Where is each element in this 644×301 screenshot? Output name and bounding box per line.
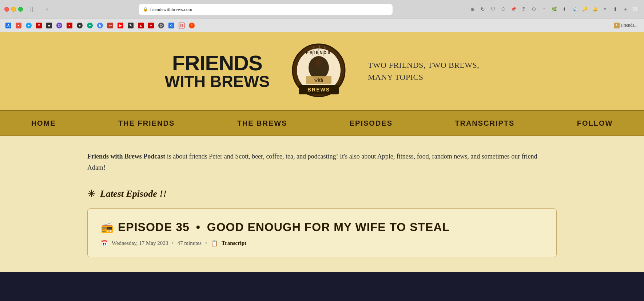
bookmark-item[interactable]: G bbox=[167, 21, 176, 30]
bookmark-item[interactable]: ■ bbox=[65, 21, 74, 30]
bookmark-item[interactable]: H bbox=[177, 21, 186, 30]
bookmark-item[interactable]: h bbox=[95, 21, 105, 30]
nav-home[interactable]: HOME bbox=[24, 116, 63, 130]
intro-bold: Friends with Brews Podcast bbox=[87, 153, 165, 160]
transcript-doc-icon: 📋 bbox=[211, 240, 218, 247]
bookmark-item[interactable]: ✦ bbox=[146, 21, 156, 30]
nav-the-brews[interactable]: THE BREWS bbox=[230, 116, 294, 130]
site-logo: with BREWS FRIENDS bbox=[291, 43, 346, 99]
extension-9-icon[interactable]: 🔑 bbox=[581, 5, 589, 13]
upload-icon[interactable]: ⬆ bbox=[611, 5, 619, 13]
bookmark-item[interactable]: ■ bbox=[44, 21, 54, 30]
close-button[interactable] bbox=[4, 7, 9, 12]
bookmark-tab-friends[interactable]: F Friends... bbox=[611, 21, 640, 30]
extension-4-icon[interactable]: ⬡ bbox=[530, 5, 538, 13]
podcast-icon: 📻 bbox=[101, 221, 114, 233]
minimize-button[interactable] bbox=[11, 7, 16, 12]
lock-icon: 🔒 bbox=[143, 7, 148, 12]
browser-titlebar: ‹ › 🔒 friendswithbrews.com ⊕ ↻ 🛡 ⬡ 📌 ⏱ ⬡… bbox=[0, 0, 644, 19]
bookmark-item[interactable]: A bbox=[4, 21, 13, 30]
extension-10-icon[interactable]: 🔔 bbox=[591, 5, 599, 13]
plus-icon[interactable]: + bbox=[621, 5, 629, 13]
extensions-icon[interactable]: 🛡 bbox=[489, 5, 497, 13]
svg-rect-0 bbox=[31, 7, 37, 12]
bookmark-item[interactable]: ■ bbox=[14, 21, 23, 30]
nav-the-friends[interactable]: THE FRIENDS bbox=[111, 116, 182, 130]
episode-card: 📻 EPISODE 35 • GOOD ENOUGH FOR MY WIFE T… bbox=[87, 208, 557, 257]
calendar-icon: 📅 bbox=[101, 240, 108, 247]
episode-title-row: 📻 EPISODE 35 • GOOD ENOUGH FOR MY WIFE T… bbox=[101, 220, 543, 234]
site-tagline: TWO FRIENDS, TWO BREWS, MANY TOPICS bbox=[368, 59, 479, 83]
extension-7-icon[interactable]: ⬆ bbox=[560, 5, 568, 13]
latest-episode-header: ✳ Latest Episode !! bbox=[87, 188, 557, 200]
bookmark-item[interactable]: M bbox=[34, 21, 44, 30]
latest-asterisk-icon: ✳ bbox=[87, 188, 96, 200]
bookmark-item[interactable]: ● bbox=[85, 21, 95, 30]
episode-meta: 📅 Wednesday, 17 May 2023 • 47 minutes • … bbox=[101, 240, 543, 247]
site-title: FRIENDS WITH BREWS bbox=[165, 52, 270, 90]
extension-1-icon[interactable]: ⬡ bbox=[499, 5, 507, 13]
browser-actions: ⊕ ↻ 🛡 ⬡ 📌 ⏱ ⬡ ↑ 🌿 ⬆ 📡 🔑 🔔 ≡ ⬆ + ⬜ bbox=[469, 5, 640, 13]
svg-text:with: with bbox=[314, 77, 323, 83]
bookmark-item[interactable]: ✎ bbox=[126, 21, 135, 30]
episode-date: Wednesday, 17 May 2023 bbox=[112, 240, 168, 246]
transcript-link[interactable]: Transcript bbox=[222, 240, 246, 246]
share-icon[interactable]: ⊕ bbox=[469, 5, 477, 13]
nav-transcripts[interactable]: TRANSCRIPTS bbox=[448, 116, 522, 130]
episode-duration: 47 minutes bbox=[178, 240, 202, 246]
browser-chrome: ‹ › 🔒 friendswithbrews.com ⊕ ↻ 🛡 ⬡ 📌 ⏱ ⬡… bbox=[0, 0, 644, 32]
bookmark-item[interactable]: * bbox=[187, 21, 196, 30]
maximize-button[interactable] bbox=[18, 7, 23, 12]
bookmark-item[interactable]: ⬡ bbox=[156, 21, 166, 30]
latest-label: Latest Episode !! bbox=[100, 188, 167, 199]
bookmark-item[interactable]: ▶ bbox=[116, 21, 125, 30]
bookmark-item[interactable]: ● bbox=[24, 21, 33, 30]
extension-5-icon[interactable]: ↑ bbox=[540, 5, 548, 13]
traffic-lights bbox=[4, 7, 23, 12]
window-icon[interactable]: ⬜ bbox=[632, 5, 640, 13]
list-icon[interactable]: ≡ bbox=[601, 5, 609, 13]
bookmark-item[interactable]: RS bbox=[106, 21, 115, 30]
back-button[interactable]: ‹ bbox=[42, 4, 52, 15]
site-title-line2: WITH BREWS bbox=[165, 74, 270, 90]
refresh-icon[interactable]: ↻ bbox=[479, 5, 487, 13]
episode-title: EPISODE 35 • GOOD ENOUGH FOR MY WIFE TO … bbox=[118, 220, 450, 234]
site-header: FRIENDS WITH BREWS with bbox=[0, 32, 644, 110]
bookmark-item[interactable]: ■ bbox=[75, 21, 84, 30]
forward-button[interactable]: › bbox=[55, 4, 65, 15]
intro-paragraph: Friends with Brews Podcast is about frie… bbox=[87, 151, 557, 173]
bookmark-item[interactable]: ▲ bbox=[136, 21, 146, 30]
website: FRIENDS WITH BREWS with bbox=[0, 32, 644, 272]
extension-6-icon[interactable]: 🌿 bbox=[550, 5, 558, 13]
bookmarks-bar: A ■ ● M ■ ⬡ ■ ■ ● h RS ▶ bbox=[0, 19, 644, 32]
site-main: Friends with Brews Podcast is about frie… bbox=[0, 136, 644, 272]
sidebar-toggle-button[interactable] bbox=[29, 4, 39, 15]
site-title-line1: FRIENDS bbox=[165, 52, 270, 74]
address-bar[interactable]: 🔒 friendswithbrews.com bbox=[138, 4, 393, 15]
svg-text:BREWS: BREWS bbox=[307, 87, 330, 93]
svg-text:FRIENDS: FRIENDS bbox=[306, 50, 331, 55]
site-nav: HOME THE FRIENDS THE BREWS EPISODES TRAN… bbox=[0, 110, 644, 136]
bookmark-item[interactable]: ⬡ bbox=[55, 21, 64, 30]
extension-8-icon[interactable]: 📡 bbox=[571, 5, 579, 13]
nav-episodes[interactable]: EPISODES bbox=[342, 116, 400, 130]
extension-2-icon[interactable]: 📌 bbox=[509, 5, 517, 13]
nav-follow[interactable]: FOLLOW bbox=[570, 116, 620, 130]
extension-3-icon[interactable]: ⏱ bbox=[520, 5, 528, 13]
url-text: friendswithbrews.com bbox=[150, 7, 192, 12]
